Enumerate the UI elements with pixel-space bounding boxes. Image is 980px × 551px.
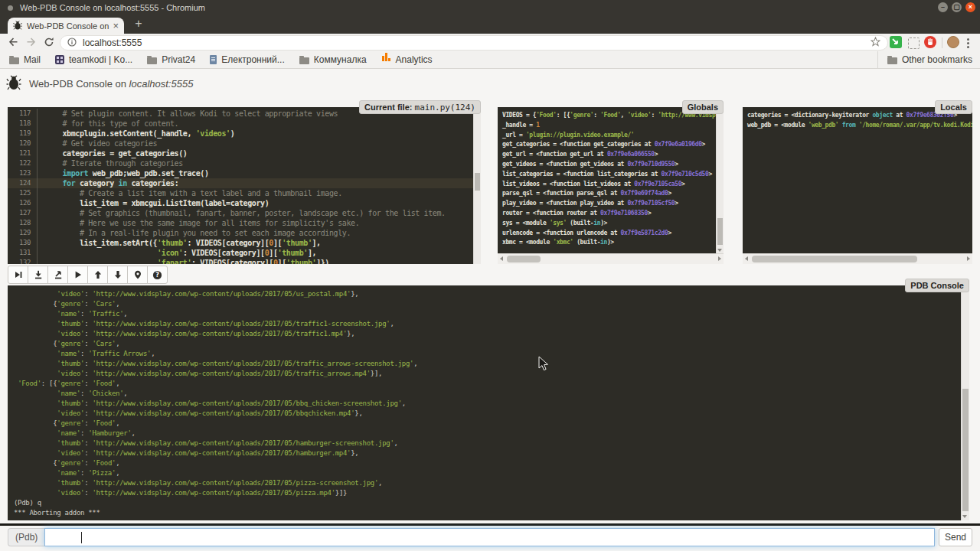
code-line: 131 'icon': VIDEOS[category][0]['thumb']… (8, 248, 474, 258)
console-line: {'genre': 'Cars', (14, 299, 962, 309)
stack-up-button[interactable] (87, 266, 108, 284)
locals-label: Locals (935, 100, 972, 114)
bug-favicon-icon (13, 19, 22, 33)
doc-icon (210, 55, 217, 64)
bookmark-item[interactable]: Електронний... (210, 54, 285, 65)
console-line: 'name': 'Chicken', (14, 389, 962, 399)
profile-avatar[interactable] (947, 36, 959, 48)
scrollbar-thumb[interactable] (475, 173, 480, 191)
variable-line: play_video = <function play_video at 0x7… (502, 199, 717, 209)
browser-tab[interactable]: Web-PDB Console on loca × (8, 18, 124, 34)
window-title: Web-PDB Console on localhost:5555 - Chro… (20, 3, 205, 12)
console-line: 'video': 'http://www.vidsplay.com/wp-con… (14, 329, 962, 339)
variable-line: urlencode = <function urlencode at 0x7f9… (502, 229, 717, 239)
code-line: 127 # Set graphics (thumbnail, fanart, b… (8, 208, 474, 218)
forward-icon[interactable] (26, 37, 37, 51)
bookmark-item[interactable]: teamkodi | Ko... (55, 54, 132, 65)
command-bar: (Pdb) Send (8, 528, 972, 546)
site-info-icon[interactable] (67, 36, 77, 50)
svg-text:?: ? (155, 272, 159, 279)
other-bookmarks-button[interactable]: Other bookmarks (877, 51, 972, 68)
globals-label: Globals (682, 100, 724, 114)
window-maximize-button[interactable]: ▢ (952, 2, 962, 12)
variable-line: sys = <module 'sys' (built-in)> (502, 219, 717, 229)
new-tab-button[interactable]: + (132, 17, 145, 31)
code-line: 120 # Get video categories (8, 139, 474, 148)
window-titlebar[interactable]: Web-PDB Console on localhost:5555 - Chro… (0, 0, 980, 15)
code-line: 129 # In a real-life plugin you need to … (8, 228, 474, 238)
console-line: 'name': 'Traffic', (14, 309, 962, 319)
console-scrollbar[interactable] (961, 285, 969, 520)
window-icon (8, 5, 13, 11)
console-line: {'genre': 'Food', (14, 458, 962, 468)
bookmark-item[interactable]: Mail (9, 54, 41, 65)
stack-down-button[interactable] (107, 266, 128, 284)
text-caret (81, 532, 82, 543)
bookmarks-list: Mailteamkodi | Ko...Privat24Електронний.… (9, 54, 447, 65)
bookmark-item[interactable]: Коммуналка (299, 54, 367, 65)
console-line: 'thumb': 'http://www.vidsplay.com/wp-con… (14, 399, 962, 409)
scrollbar-thumb[interactable] (507, 256, 541, 262)
code-panel: Current file: main.py(124) 117 # Set plu… (8, 107, 481, 264)
where-button[interactable] (127, 266, 148, 284)
send-button[interactable]: Send (939, 528, 972, 546)
code-line: 118 # for this type of content. (8, 119, 474, 129)
reload-icon[interactable] (44, 37, 54, 51)
step-next-button[interactable] (8, 266, 28, 284)
scrollbar-thumb[interactable] (962, 389, 969, 511)
address-bar[interactable]: localhost:5555 (60, 35, 888, 51)
current-file-label: Current file: main.py(124) (359, 100, 481, 114)
scrollbar-thumb[interactable] (752, 256, 917, 262)
code-line: 123 import web_pdb;web_pdb.set_trace() (8, 168, 474, 178)
command-input[interactable] (45, 529, 934, 546)
debug-toolbar: ? (8, 266, 168, 284)
variable-line: get_categories = <function get_categorie… (502, 140, 717, 150)
globals-hscrollbar[interactable] (498, 253, 724, 264)
extension-stop-icon[interactable] (924, 36, 936, 48)
url-text[interactable]: localhost:5555 (83, 37, 871, 48)
folder-icon (147, 57, 157, 64)
variable-line: _url = 'plugin://plugin.video.example/' (502, 131, 717, 141)
folder-icon (299, 57, 309, 64)
variable-line: get_url = <function get_url at 0x7f9e6a0… (502, 150, 717, 160)
variable-line: _handle = 1 (502, 121, 717, 131)
folder-icon (887, 57, 897, 64)
bookmark-label: Електронний... (221, 54, 285, 65)
step-out-button[interactable] (47, 266, 68, 284)
toolbar-divider (942, 37, 942, 48)
console-bottom-rule (0, 523, 980, 526)
bookmark-label: Privat24 (162, 54, 195, 65)
globals-panel: Globals VIDEOS = {'Food': [{'genre': 'Fo… (498, 107, 724, 264)
window-close-button[interactable]: × (965, 2, 975, 12)
code-line: 122 # Iterate through categories (8, 158, 474, 168)
window-minimize-button[interactable]: – (938, 2, 948, 12)
bookmark-item[interactable]: Privat24 (147, 54, 195, 65)
pdb-console-label: PDB Console (905, 279, 969, 292)
pdb-prompt-label: (Pdb) (8, 528, 44, 546)
variable-line: xbmc = <module 'xbmc' (built-in)> (502, 238, 717, 248)
bookmark-item[interactable]: Analytics (381, 54, 433, 65)
console-line: 'video': 'http://www.vidsplay.com/wp-con… (14, 369, 962, 379)
tab-close-icon[interactable]: × (113, 20, 119, 31)
console-line: 'thumb': 'http://www.vidsplay.com/wp-con… (14, 359, 962, 369)
scrollbar-thumb[interactable] (717, 218, 723, 245)
help-button[interactable]: ? (147, 266, 168, 284)
step-into-button[interactable] (28, 266, 48, 284)
locals-hscrollbar[interactable] (743, 253, 972, 264)
code-line: 126 list_item = xbmcgui.ListItem(label=c… (8, 198, 474, 208)
code-scrollbar[interactable] (473, 107, 481, 264)
command-input-wrap (44, 528, 935, 546)
extension-placeholder-icon[interactable] (908, 37, 920, 49)
variable-line: router = <function router at 0x7f9e71068… (502, 209, 717, 219)
continue-button[interactable] (67, 266, 88, 284)
folder-icon (9, 57, 19, 64)
extension-green-icon[interactable] (890, 36, 902, 48)
other-bookmarks-label: Other bookmarks (902, 54, 972, 65)
back-icon[interactable] (8, 37, 18, 51)
globals-vscrollbar[interactable] (716, 107, 724, 254)
console-line: 'video': 'http://www.vidsplay.com/wp-con… (14, 488, 962, 498)
console-lines: 'video': 'http://www.vidsplay.com/wp-con… (8, 285, 962, 518)
browser-menu-icon[interactable] (966, 37, 969, 50)
console-line: {'genre': 'Cars', (14, 339, 962, 349)
bookmark-star-icon[interactable] (871, 36, 880, 50)
